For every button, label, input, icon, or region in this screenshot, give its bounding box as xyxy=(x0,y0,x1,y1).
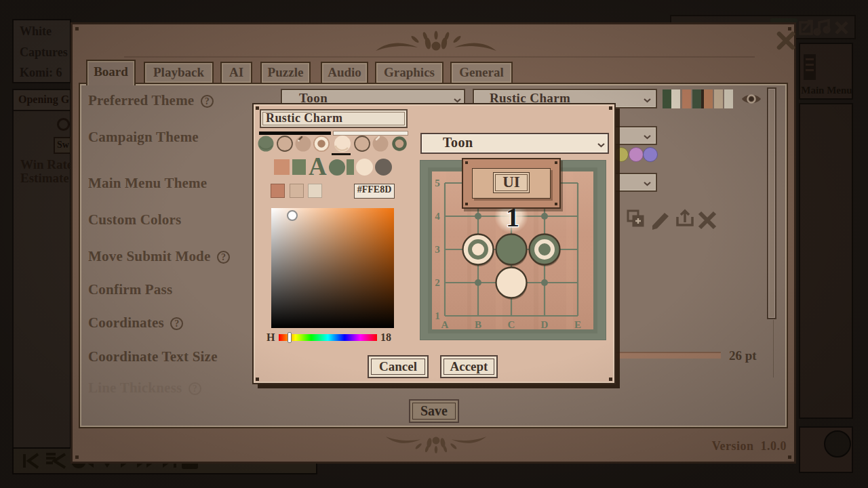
svg-text:D: D xyxy=(541,319,549,330)
svg-text:C: C xyxy=(508,319,515,330)
svg-text:A: A xyxy=(441,319,449,330)
svg-text:5: 5 xyxy=(435,178,440,188)
svg-text:E: E xyxy=(574,319,581,330)
svg-text:4: 4 xyxy=(435,211,440,222)
svg-text:2: 2 xyxy=(435,277,440,288)
svg-text:1: 1 xyxy=(435,310,440,321)
svg-text:3: 3 xyxy=(435,244,440,255)
svg-text:B: B xyxy=(475,319,481,330)
